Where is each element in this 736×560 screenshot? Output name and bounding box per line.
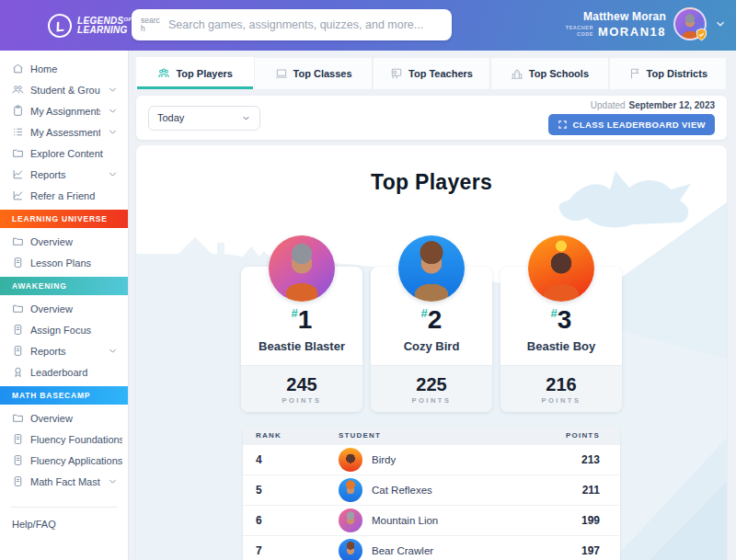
sidebar-item-refer-a-friend[interactable]: Refer a Friend xyxy=(0,185,128,206)
sidebar-item-assign-focus[interactable]: Assign Focus xyxy=(0,319,128,340)
sidebar-item-mb-overview[interactable]: Overview xyxy=(0,407,128,429)
student-avatar xyxy=(339,448,362,472)
logo-text: LEGENDSOF LEARNING xyxy=(77,17,132,35)
student-avatar xyxy=(339,478,362,502)
leaderboard-tabs: Top Players Top Classes Top Teachers Top… xyxy=(136,57,727,89)
app-logo: L LEGENDSOF LEARNING xyxy=(48,14,132,38)
file-icon xyxy=(12,454,24,466)
chevron-down-icon xyxy=(107,105,119,117)
student-name: Cat Reflexes xyxy=(372,485,432,496)
tab-top-districts[interactable]: Top Districts xyxy=(609,57,727,89)
points-label: POINTS xyxy=(241,396,362,405)
points-value: 211 xyxy=(545,484,600,497)
section-awakening: AWAKENING xyxy=(0,277,128,295)
sidebar-item-aw-overview[interactable]: Overview xyxy=(0,298,128,319)
filter-bar: Today UpdatedSeptember 12, 2023 CLASS LE… xyxy=(136,96,727,140)
points-value: 245 xyxy=(241,374,362,394)
chart-icon xyxy=(12,189,24,201)
section-learning-universe: LEARNING UNIVERSE xyxy=(0,210,128,228)
points-label: POINTS xyxy=(371,396,492,405)
sidebar-item-fluency-foundations[interactable]: Fluency Foundations xyxy=(0,429,128,450)
sidebar-item-aw-reports[interactable]: Reports xyxy=(0,340,128,361)
chevron-down-icon xyxy=(714,17,727,30)
tab-top-players[interactable]: Top Players xyxy=(136,57,254,89)
student-name: Mountain Lion xyxy=(372,515,438,526)
clipboard-icon xyxy=(12,105,24,117)
search-icon: search xyxy=(141,17,163,33)
player-avatar xyxy=(528,235,594,302)
chevron-down-icon xyxy=(107,84,119,96)
player-name: Cozy Bird xyxy=(371,339,492,353)
sidebar-item-reports[interactable]: Reports xyxy=(0,164,128,185)
class-leaderboard-view-button[interactable]: CLASS LEADERBOARD VIEW xyxy=(548,114,715,135)
podium: #1 Beastie Blaster 245 POINTS #2 xyxy=(136,267,727,412)
top-header: L LEGENDSOF LEARNING search Matthew Mora… xyxy=(0,0,736,51)
podium-card-2: #2 Cozy Bird 225 POINTS xyxy=(371,267,492,412)
points-footer: 225 POINTS xyxy=(371,365,492,412)
table-row: 7 Bear Crawler 197 xyxy=(243,536,620,560)
sidebar-item-help-faq[interactable]: Help/FAQ xyxy=(0,508,128,541)
folder-icon xyxy=(12,147,24,159)
user-menu[interactable]: Matthew Moran TEACHERCODE MORAN18 xyxy=(566,7,727,40)
sidebar-item-home[interactable]: Home xyxy=(0,58,128,79)
points-value: 197 xyxy=(545,544,600,557)
users-icon xyxy=(12,84,24,96)
chart-icon xyxy=(12,168,24,180)
student-avatar xyxy=(339,509,362,532)
home-icon xyxy=(12,63,24,74)
podium-card-1: #1 Beastie Blaster 245 POINTS xyxy=(241,267,362,412)
player-avatar xyxy=(269,235,335,302)
expand-icon xyxy=(558,120,568,130)
chevron-down-icon xyxy=(107,475,119,487)
districts-icon xyxy=(628,67,641,80)
points-value: 216 xyxy=(500,374,622,394)
sidebar-item-math-fact-mastery[interactable]: Math Fact Mastery xyxy=(0,471,128,492)
table-row: 5 Cat Reflexes 211 xyxy=(243,475,620,506)
points-value: 213 xyxy=(545,453,600,466)
player-name: Beastie Blaster xyxy=(241,339,362,353)
tab-top-teachers[interactable]: Top Teachers xyxy=(373,57,490,89)
file-icon xyxy=(12,475,24,487)
search-bar: search xyxy=(132,9,452,40)
user-avatar xyxy=(673,7,707,40)
folder-icon xyxy=(12,303,24,314)
tab-top-schools[interactable]: Top Schools xyxy=(490,57,608,89)
sidebar-item-explore-content[interactable]: Explore Content xyxy=(0,143,128,164)
sidebar-item-students-groups[interactable]: Student & Groups xyxy=(0,79,128,100)
updated-timestamp: UpdatedSeptember 12, 2023 xyxy=(591,100,715,110)
main-content: Top Players Top Classes Top Teachers Top… xyxy=(129,51,736,560)
chevron-down-icon xyxy=(107,168,119,180)
player-avatar xyxy=(398,235,465,302)
student-avatar xyxy=(339,539,362,560)
medal-icon xyxy=(12,366,24,378)
points-footer: 216 POINTS xyxy=(500,365,622,412)
student-name: Birdy xyxy=(372,454,396,465)
logo-circle-icon: L xyxy=(46,12,73,39)
points-value: 199 xyxy=(545,514,600,527)
search-input[interactable] xyxy=(168,18,443,31)
sidebar-item-lesson-plans[interactable]: Lesson Plans xyxy=(0,252,128,273)
players-icon xyxy=(157,67,170,80)
teacher-code-label: TEACHERCODE xyxy=(566,25,593,37)
app-root: L LEGENDSOF LEARNING search Matthew Mora… xyxy=(0,0,736,560)
podium-card-3: #3 Beastie Boy 216 POINTS xyxy=(500,267,622,412)
folder-icon xyxy=(12,412,24,424)
file-icon xyxy=(12,257,24,269)
sidebar-item-fluency-applications[interactable]: Fluency Applications xyxy=(0,450,128,471)
sidebar-item-my-assessments[interactable]: My Assessments xyxy=(0,121,128,143)
classes-icon xyxy=(275,67,288,80)
sidebar-item-leaderboard[interactable]: Leaderboard xyxy=(0,361,128,383)
table-row: 4 Birdy 213 xyxy=(243,445,620,475)
points-label: POINTS xyxy=(500,396,622,405)
points-value: 225 xyxy=(371,374,492,394)
player-name: Beastie Boy xyxy=(500,339,622,353)
tab-top-classes[interactable]: Top Classes xyxy=(254,57,372,89)
file-icon xyxy=(12,433,24,445)
table-header: RANK STUDENT POINTS xyxy=(243,426,620,445)
date-range-select[interactable]: Today xyxy=(148,106,260,131)
sidebar-item-my-assignments[interactable]: My Assignments xyxy=(0,100,128,121)
sidebar-item-lu-overview[interactable]: Overview xyxy=(0,231,128,252)
file-icon xyxy=(12,324,24,336)
checklist-icon xyxy=(12,126,24,138)
user-name: Matthew Moran xyxy=(566,10,666,23)
